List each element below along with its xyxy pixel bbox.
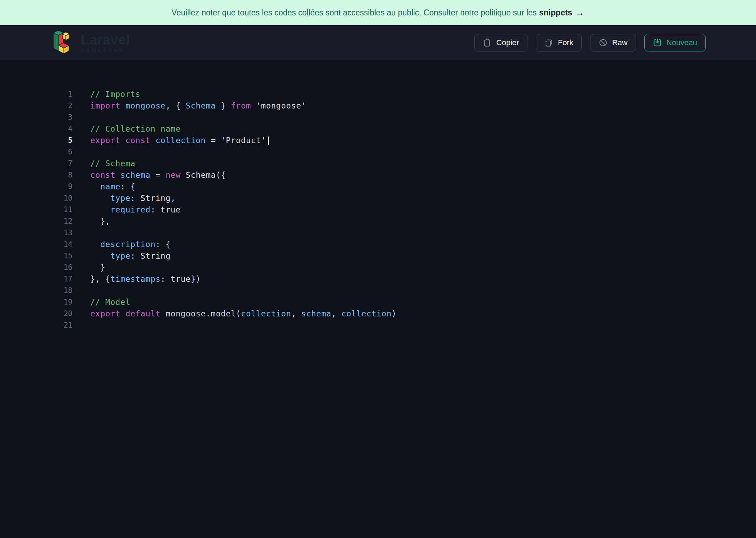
line-number: 15 — [52, 250, 72, 262]
code-text: // Schema — [90, 158, 135, 169]
code-line[interactable]: 12 }, — [52, 216, 756, 227]
line-number: 1 — [52, 89, 72, 100]
line-number: 9 — [52, 181, 72, 193]
code-text: } — [90, 262, 105, 273]
laravel-cameroon-logo-icon — [50, 28, 76, 57]
code-text: // Collection name — [90, 123, 181, 135]
logo-text: Laravel CAMEROON — [81, 32, 130, 53]
code-line[interactable]: 1// Imports — [52, 89, 756, 100]
code-text: description: { — [90, 239, 171, 250]
code-line[interactable]: 13 — [52, 227, 756, 239]
line-number: 8 — [52, 169, 72, 181]
line-number: 2 — [52, 100, 72, 112]
code-line[interactable]: 11 required: true — [52, 204, 756, 216]
code-line[interactable]: 16 } — [52, 262, 756, 273]
snippets-link-label: snippets — [539, 8, 572, 18]
line-number: 3 — [52, 112, 72, 123]
arrow-right-icon: → — [575, 8, 584, 17]
code-line[interactable]: 9 name: { — [52, 181, 756, 193]
clipboard-icon — [483, 38, 492, 47]
save-download-icon — [653, 38, 662, 47]
raw-button-label: Raw — [612, 38, 628, 47]
line-number: 20 — [52, 308, 72, 320]
copy-button[interactable]: Copier — [474, 34, 527, 51]
text-cursor — [268, 137, 269, 145]
line-number: 11 — [52, 204, 72, 216]
code-line[interactable]: 19// Model — [52, 296, 756, 308]
code-line[interactable]: 20export default mongoose.model(collecti… — [52, 308, 756, 320]
code-text: // Imports — [90, 89, 140, 100]
header-actions: Copier Fork Raw Nouveau — [474, 34, 706, 51]
code-line[interactable]: 4// Collection name — [52, 123, 756, 135]
code-line[interactable]: 10 type: String, — [52, 193, 756, 204]
line-number: 19 — [52, 296, 72, 308]
line-number: 13 — [52, 227, 72, 239]
line-number: 18 — [52, 285, 72, 296]
line-number: 17 — [52, 273, 72, 285]
raw-button[interactable]: Raw — [590, 34, 636, 51]
code-line[interactable]: 6 — [52, 146, 756, 158]
line-number: 21 — [52, 320, 72, 331]
code-lines: 1// Imports2import mongoose, { Schema } … — [52, 89, 756, 331]
laravel-cameroon-logo[interactable]: Laravel CAMEROON — [50, 28, 130, 57]
public-paste-notice-banner: Veuillez noter que toutes les codes coll… — [0, 0, 756, 25]
fork-button[interactable]: Fork — [536, 34, 582, 51]
code-editor[interactable]: 1// Imports2import mongoose, { Schema } … — [0, 60, 756, 331]
code-text: type: String — [90, 250, 171, 262]
copy-button-label: Copier — [496, 38, 519, 47]
code-line[interactable]: 8const schema = new Schema({ — [52, 169, 756, 181]
code-text: }, — [90, 216, 110, 227]
line-number: 6 — [52, 146, 72, 158]
code-text: // Model — [90, 296, 131, 308]
banner-text: Veuillez noter que toutes les codes coll… — [172, 8, 537, 18]
code-text: }, {timestamps: true}) — [90, 273, 201, 285]
ban-icon — [598, 38, 608, 47]
code-line[interactable]: 17}, {timestamps: true}) — [52, 273, 756, 285]
code-line[interactable]: 18 — [52, 285, 756, 296]
line-number: 14 — [52, 239, 72, 250]
code-text: export const collection = 'Product' — [90, 135, 269, 146]
line-number: 5 — [52, 135, 72, 146]
code-text: required: true — [90, 204, 181, 216]
header: Laravel CAMEROON Copier Fork Raw — [0, 25, 756, 60]
code-line[interactable]: 3 — [52, 112, 756, 123]
line-number: 10 — [52, 193, 72, 204]
code-text: import mongoose, { Schema } from 'mongoo… — [90, 100, 306, 112]
new-paste-button[interactable]: Nouveau — [644, 34, 706, 51]
snippets-policy-link[interactable]: snippets → — [539, 8, 584, 18]
code-line[interactable]: 7// Schema — [52, 158, 756, 169]
code-text: name: { — [90, 181, 135, 193]
new-paste-button-label: Nouveau — [666, 38, 697, 47]
code-text: export default mongoose.model(collection… — [90, 308, 397, 320]
fork-button-label: Fork — [558, 38, 573, 47]
line-number: 16 — [52, 262, 72, 273]
code-line[interactable]: 5export const collection = 'Product' — [52, 135, 756, 146]
code-line[interactable]: 14 description: { — [52, 239, 756, 250]
fork-copy-icon — [544, 38, 553, 47]
line-number: 4 — [52, 123, 72, 135]
line-number: 12 — [52, 216, 72, 227]
code-text: type: String, — [90, 193, 176, 204]
logo-title: Laravel — [81, 32, 130, 47]
code-line[interactable]: 2import mongoose, { Schema } from 'mongo… — [52, 100, 756, 112]
logo-subtitle: CAMEROON — [81, 47, 130, 53]
code-text: const schema = new Schema({ — [90, 169, 226, 181]
code-line[interactable]: 21 — [52, 320, 756, 331]
line-number: 7 — [52, 158, 72, 169]
code-line[interactable]: 15 type: String — [52, 250, 756, 262]
